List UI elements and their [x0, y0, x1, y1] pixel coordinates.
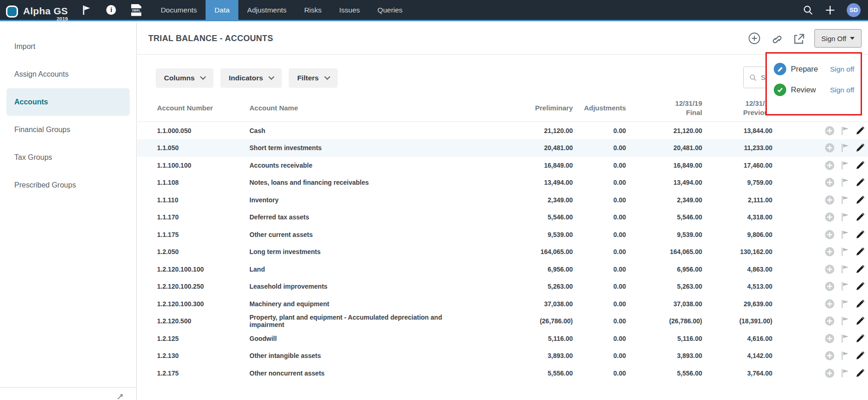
- edit-pencil-icon[interactable]: [855, 247, 865, 257]
- edit-pencil-icon[interactable]: [855, 281, 865, 291]
- review-sign-off-link[interactable]: Sign off: [830, 86, 854, 94]
- final-value: 21,120.00: [626, 127, 702, 134]
- add-circle-icon[interactable]: [825, 333, 835, 344]
- collapse-sidebar-icon[interactable]: [116, 392, 125, 400]
- user-avatar[interactable]: SD: [847, 3, 861, 17]
- add-circle-icon[interactable]: [825, 212, 835, 222]
- edit-pencil-icon[interactable]: [855, 368, 865, 378]
- edit-pencil-icon[interactable]: [855, 316, 865, 326]
- flag-icon[interactable]: [840, 195, 850, 205]
- sidebar-item[interactable]: Tax Groups: [0, 144, 136, 171]
- add-circle-icon[interactable]: [825, 126, 835, 136]
- table-row[interactable]: 1.2.130 Other intangible assets 3,893.00…: [137, 347, 868, 365]
- add-circle-icon[interactable]: [825, 160, 835, 170]
- table-row[interactable]: 1.1.170 Deferred tax assets 5,546.00 0.0…: [137, 209, 868, 226]
- flag-icon[interactable]: [840, 333, 850, 344]
- edit-pencil-icon[interactable]: [855, 160, 865, 170]
- preliminary-value: 13,494.00: [461, 179, 573, 186]
- filters-button[interactable]: Filters: [289, 68, 338, 88]
- columns-button[interactable]: Columns: [156, 68, 213, 88]
- xbrl-icon[interactable]: XBRL: [131, 5, 142, 16]
- table-row[interactable]: 1.2.120.100.300 Machinery and equipment …: [137, 295, 868, 313]
- link-icon[interactable]: [770, 32, 783, 45]
- add-circle-icon[interactable]: [825, 281, 835, 291]
- previous-value: 17,460.00: [702, 162, 772, 169]
- add-circle-icon[interactable]: [825, 299, 835, 309]
- edit-pencil-icon[interactable]: [855, 351, 865, 361]
- preliminary-value: (26,786.00): [461, 317, 573, 325]
- add-circle-icon[interactable]: [825, 316, 835, 326]
- edit-pencil-icon[interactable]: [855, 195, 865, 205]
- export-icon[interactable]: [792, 32, 805, 45]
- table-row[interactable]: 1.2.120.100.250 Leasehold improvements 5…: [137, 278, 868, 296]
- app-logo[interactable]: Alpha GS 2019: [5, 3, 68, 17]
- add-circle-icon[interactable]: [825, 351, 835, 361]
- table-row[interactable]: 1.1.110 Inventory 2,349.00 0.00 2,349.00…: [137, 191, 868, 209]
- sidebar-item[interactable]: Financial Groups: [0, 116, 136, 144]
- flag-icon[interactable]: [840, 264, 850, 274]
- plus-icon[interactable]: [825, 5, 836, 16]
- flag-icon[interactable]: [81, 5, 92, 16]
- nav-tab[interactable]: Data: [206, 0, 238, 21]
- search-icon[interactable]: [802, 5, 813, 16]
- edit-pencil-icon[interactable]: [855, 143, 865, 153]
- flag-icon[interactable]: [840, 368, 850, 378]
- flag-icon[interactable]: [840, 351, 850, 361]
- sidebar-item[interactable]: Import: [0, 33, 136, 61]
- flag-icon[interactable]: [840, 299, 850, 309]
- table-row[interactable]: 1.1.000.050 Cash 21,120.00 0.00 21,120.0…: [137, 122, 868, 139]
- table-row[interactable]: 1.1.108 Notes, loans and financing recei…: [137, 174, 868, 192]
- edit-pencil-icon[interactable]: [855, 177, 865, 188]
- account-name: Short term investments: [249, 144, 461, 152]
- nav-tab[interactable]: Risks: [295, 0, 330, 21]
- table-row[interactable]: 1.1.050 Short term investments 20,481.00…: [137, 139, 868, 157]
- edit-pencil-icon[interactable]: [855, 212, 865, 222]
- indicators-button[interactable]: Indicators: [220, 68, 282, 88]
- adjustments-value: 0.00: [573, 179, 626, 186]
- flag-icon[interactable]: [840, 247, 850, 257]
- add-circle-icon[interactable]: [825, 195, 835, 205]
- prepare-label: Prepare: [791, 65, 818, 73]
- flag-icon[interactable]: [840, 177, 850, 188]
- add-circle-icon[interactable]: [825, 264, 835, 274]
- flag-icon[interactable]: [840, 230, 850, 240]
- prepare-sign-off-link[interactable]: Sign off: [830, 65, 854, 73]
- nav-tab[interactable]: Adjustments: [238, 0, 295, 21]
- final-value: 5,556.00: [626, 370, 702, 377]
- sidebar-item[interactable]: Accounts: [6, 88, 130, 116]
- add-circle-icon[interactable]: [825, 177, 835, 188]
- flag-icon[interactable]: [840, 160, 850, 170]
- page-header: TRIAL BALANCE - ACCOUNTS Sign Off: [137, 23, 868, 55]
- add-circle-icon[interactable]: [748, 32, 761, 45]
- add-circle-icon[interactable]: [825, 143, 835, 153]
- edit-pencil-icon[interactable]: [855, 264, 865, 274]
- edit-pencil-icon[interactable]: [855, 230, 865, 240]
- nav-tab[interactable]: Issues: [330, 0, 369, 21]
- edit-pencil-icon[interactable]: [855, 126, 865, 136]
- flag-icon[interactable]: [840, 143, 850, 153]
- table-row[interactable]: 1.2.050 Long term investments 164,065.00…: [137, 243, 868, 261]
- table-row[interactable]: 1.2.125 Goodwill 5,116.00 0.00 5,116.00 …: [137, 330, 868, 347]
- table-row[interactable]: 1.2.175 Other noncurrent assets 5,556.00…: [137, 364, 868, 382]
- nav-tab[interactable]: Documents: [152, 0, 206, 21]
- final-value: 3,893.00: [626, 352, 702, 359]
- table-row[interactable]: 1.2.120.100.100 Land 6,956.00 0.00 6,956…: [137, 261, 868, 278]
- add-circle-icon[interactable]: [825, 247, 835, 257]
- sidebar-item[interactable]: Assign Accounts: [0, 61, 136, 88]
- edit-pencil-icon[interactable]: [855, 299, 865, 309]
- add-circle-icon[interactable]: [825, 230, 835, 240]
- edit-pencil-icon[interactable]: [855, 333, 865, 344]
- flag-icon[interactable]: [840, 126, 850, 136]
- table-row[interactable]: 1.2.120.500 Property, plant and equipmen…: [137, 313, 868, 330]
- account-number: 1.1.108: [157, 179, 249, 186]
- table-row[interactable]: 1.1.175 Other current assets 9,539.00 0.…: [137, 226, 868, 243]
- add-circle-icon[interactable]: [825, 368, 835, 378]
- nav-tab[interactable]: Queries: [369, 0, 411, 21]
- flag-icon[interactable]: [840, 212, 850, 222]
- flag-icon[interactable]: [840, 281, 850, 291]
- sidebar-item[interactable]: Prescribed Groups: [0, 171, 136, 199]
- table-row[interactable]: 1.1.100.100 Accounts receivable 16,849.0…: [137, 157, 868, 174]
- flag-icon[interactable]: [840, 316, 850, 326]
- info-icon[interactable]: i: [106, 5, 117, 16]
- sign-off-button[interactable]: Sign Off: [814, 29, 862, 48]
